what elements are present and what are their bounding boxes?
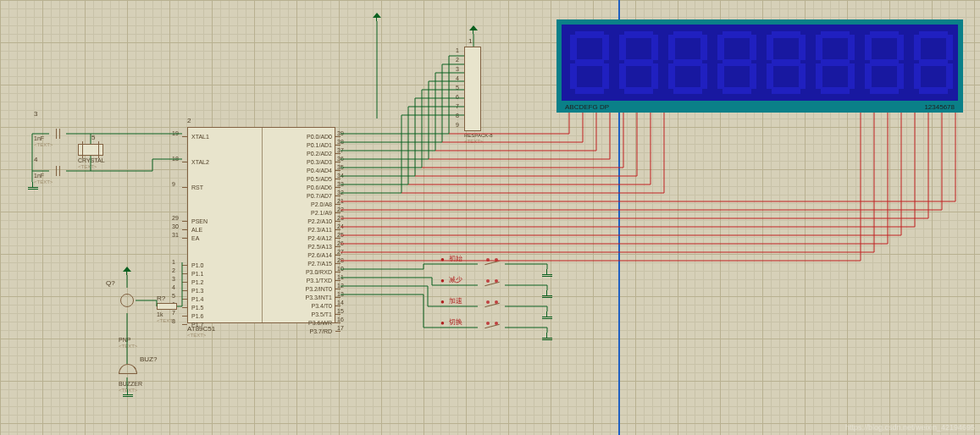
mcu-ref: 2 (187, 117, 191, 124)
cap4-val: 1nF (34, 173, 44, 179)
capacitor-c3[interactable] (49, 129, 66, 139)
push-button[interactable] (479, 282, 505, 289)
resistor-pack[interactable] (464, 47, 481, 131)
push-button[interactable] (479, 261, 505, 267)
res-val: 1k (157, 311, 163, 317)
mcu-sub: <TEXT> (187, 333, 206, 338)
res-ref: R? (157, 295, 165, 302)
button-label: 加速 (449, 296, 462, 306)
ground (542, 333, 552, 341)
seven-seg-display[interactable]: ABCDEFG DP 12345678 (556, 19, 963, 113)
xtal-ref: 5 (91, 134, 95, 141)
ground (542, 269, 552, 278)
power-vcc (123, 267, 131, 275)
buzzer[interactable] (119, 364, 136, 377)
cap3-ref: 3 (34, 110, 37, 118)
trans-part: PNP (119, 337, 130, 343)
capacitor-c4[interactable] (49, 166, 66, 176)
power-vcc (469, 25, 478, 34)
button-label: 初始 (449, 254, 462, 263)
watermark: https://blog.csdn.net/weixin_42194695 (845, 423, 975, 432)
button-label: ● (440, 277, 445, 284)
trans-ref: Q? (106, 279, 115, 287)
button-label: 切换 (449, 317, 462, 327)
xtal-sub: <TEXT> (78, 164, 97, 169)
button-label: ● (440, 298, 445, 306)
ground (542, 290, 552, 299)
power-vcc (373, 13, 381, 21)
respack-sub: <TEXT> (464, 139, 483, 144)
ground (28, 182, 38, 190)
seg-label: ABCDEFG DP (565, 103, 609, 111)
respack-part: RESPACK-8 (464, 133, 493, 138)
ground (123, 389, 133, 398)
button-label: 减少 (449, 275, 462, 284)
cap3-val: 1nF (34, 135, 44, 141)
dig-label: 12345678 (924, 103, 955, 111)
transistor-pnp[interactable] (119, 288, 136, 313)
respack-ref: 1 (468, 37, 472, 45)
resistor[interactable] (157, 303, 177, 310)
buz-part: BUZZER (119, 381, 142, 387)
push-button[interactable] (479, 324, 505, 331)
cap3-sub: <TEXT> (34, 142, 53, 147)
button-label: ● (440, 256, 445, 263)
cap4-ref: 4 (34, 156, 37, 163)
res-sub: <TEXT> (157, 318, 175, 323)
xtal-part: CRYSTAL (78, 157, 105, 163)
ground (542, 311, 552, 320)
crystal[interactable] (78, 144, 103, 156)
push-button[interactable] (479, 303, 505, 310)
trans-sub: <TEXT> (119, 344, 137, 349)
button-label: ● (440, 319, 445, 327)
buz-ref: BUZ? (140, 355, 157, 363)
